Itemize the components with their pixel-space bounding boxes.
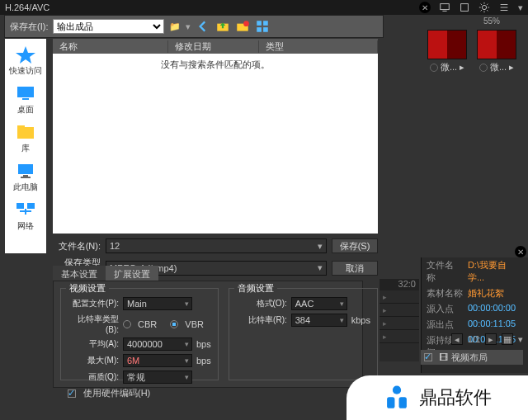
folder-icon: 📁 bbox=[169, 21, 181, 32]
svg-rect-15 bbox=[17, 87, 34, 97]
cancel-button[interactable]: 取消 bbox=[332, 261, 378, 276]
svg-rect-27 bbox=[387, 397, 394, 408]
timeline-track[interactable]: ▸ bbox=[380, 304, 419, 317]
svg-rect-16 bbox=[22, 98, 29, 100]
save-in-label: 保存在(I): bbox=[10, 21, 48, 33]
watermark: 鼎品软件 bbox=[346, 375, 528, 420]
empty-message: 没有与搜索条件匹配的项。 bbox=[53, 54, 378, 234]
page-indicator: 1/1 bbox=[468, 334, 480, 344]
svg-point-9 bbox=[244, 21, 250, 26]
svg-point-26 bbox=[393, 386, 401, 394]
svg-rect-2 bbox=[461, 4, 469, 12]
svg-marker-14 bbox=[16, 46, 35, 64]
cbr-radio[interactable] bbox=[123, 320, 131, 328]
badge-icon bbox=[430, 64, 438, 72]
svg-rect-23 bbox=[27, 203, 35, 209]
chevron-down-icon[interactable]: ▾ bbox=[518, 334, 523, 345]
thumb-image-icon bbox=[427, 30, 467, 59]
up-folder-icon[interactable] bbox=[215, 19, 230, 34]
window-title: H.264/AVC bbox=[5, 2, 50, 12]
places-sidebar: 快速访问 桌面 库 此电脑 网络 bbox=[5, 39, 46, 253]
filename-label: 文件名(N): bbox=[53, 240, 101, 252]
svg-rect-0 bbox=[441, 4, 450, 10]
chevron-down-icon[interactable]: ▾ bbox=[518, 2, 523, 13]
dropdown-arrow-icon[interactable]: ▾ bbox=[186, 21, 191, 32]
column-type[interactable]: 类型 bbox=[259, 40, 378, 53]
video-settings: 视频设置 配置文件(P):Main 比特率类型(B):CBR VBR 平均(A)… bbox=[60, 288, 219, 380]
track-visible-checkbox[interactable] bbox=[424, 353, 432, 361]
svg-rect-20 bbox=[23, 175, 28, 177]
hw-encode-checkbox[interactable] bbox=[68, 389, 76, 398]
thumb-image-icon bbox=[477, 30, 516, 59]
film-icon: 🎞 bbox=[439, 352, 448, 362]
gear-icon[interactable] bbox=[478, 2, 490, 13]
svg-rect-22 bbox=[16, 203, 24, 209]
sidebar-quick-access[interactable]: 快速访问 bbox=[7, 42, 45, 79]
audio-settings: 音频设置 格式(O):AAC 比特率(R):384kbps bbox=[229, 288, 378, 380]
track-item[interactable]: 🎞 视频布局 bbox=[421, 350, 523, 365]
timeline-track[interactable]: ▸ bbox=[380, 290, 419, 304]
panel-close-icon[interactable]: ✕ bbox=[515, 246, 526, 257]
sidebar-libraries[interactable]: 库 bbox=[12, 120, 40, 157]
svg-rect-21 bbox=[21, 177, 31, 178]
logo-icon bbox=[383, 384, 411, 412]
audio-format-select[interactable]: AAC bbox=[291, 297, 347, 310]
svg-rect-17 bbox=[17, 127, 34, 139]
timeline-track[interactable]: ▸ bbox=[380, 330, 419, 343]
sidebar-desktop[interactable]: 桌面 bbox=[12, 81, 40, 118]
thumbnail-2[interactable]: 微...▸ bbox=[474, 30, 520, 73]
sidebar-network[interactable]: 网络 bbox=[12, 197, 40, 234]
thumbnail-1[interactable]: 微...▸ bbox=[424, 30, 470, 73]
max-bitrate-select[interactable]: 6M bbox=[123, 354, 192, 367]
audio-bitrate-select[interactable]: 384 bbox=[291, 314, 347, 327]
view-menu-icon[interactable] bbox=[255, 19, 270, 34]
profile-select[interactable]: Main bbox=[123, 297, 192, 310]
column-date[interactable]: 修改日期 bbox=[168, 40, 259, 53]
timeline: 32:0 ▸ ▸ ▸ ▸ bbox=[380, 279, 419, 361]
settings-panel: 视频设置 配置文件(P):Main 比特率类型(B):CBR VBR 平均(A)… bbox=[53, 281, 363, 388]
prev-page-button[interactable]: ◂ bbox=[451, 333, 463, 345]
svg-rect-11 bbox=[264, 21, 269, 26]
close-icon[interactable]: ✕ bbox=[419, 2, 431, 13]
filename-input[interactable]: 12 bbox=[106, 238, 327, 253]
new-folder-icon[interactable] bbox=[235, 19, 250, 34]
box-icon[interactable] bbox=[459, 2, 470, 13]
next-page-button[interactable]: ▸ bbox=[485, 333, 497, 345]
save-in-select[interactable]: 输出成品 bbox=[53, 19, 164, 34]
avg-bitrate-select[interactable]: 4000000 bbox=[123, 337, 192, 351]
zoom-level: 55% bbox=[483, 17, 500, 26]
vbr-radio[interactable] bbox=[170, 320, 178, 328]
save-dialog: 保存在(I): 输出成品 📁 ▾ 快速访问 桌面 库 此电脑 网络 名称 修改日… bbox=[4, 15, 384, 38]
quality-select[interactable]: 常规 bbox=[123, 370, 192, 384]
thumbnail-strip: 微...▸ 微...▸ bbox=[424, 30, 520, 73]
back-icon[interactable] bbox=[196, 19, 210, 34]
svg-rect-13 bbox=[264, 27, 269, 32]
monitor-icon[interactable] bbox=[439, 2, 450, 13]
svg-rect-12 bbox=[257, 27, 262, 32]
timecode: 32:0 bbox=[398, 279, 416, 290]
paginator: ◂ 1/1 ▸ ▦ ▾ bbox=[451, 333, 523, 345]
svg-rect-18 bbox=[17, 125, 25, 129]
timeline-track[interactable]: ▸ bbox=[380, 317, 419, 330]
svg-point-3 bbox=[482, 5, 486, 9]
sidebar-this-pc[interactable]: 此电脑 bbox=[11, 158, 40, 196]
save-button[interactable]: 保存(S) bbox=[332, 238, 378, 253]
list-icon[interactable] bbox=[498, 2, 510, 13]
layout-icon[interactable]: ▦ bbox=[502, 333, 513, 345]
svg-rect-10 bbox=[257, 21, 262, 26]
svg-rect-28 bbox=[399, 397, 407, 408]
svg-rect-19 bbox=[18, 164, 33, 174]
file-list: 名称 修改日期 类型 没有与搜索条件匹配的项。 bbox=[53, 39, 378, 234]
column-name[interactable]: 名称 bbox=[53, 40, 168, 53]
badge-icon bbox=[479, 64, 488, 72]
